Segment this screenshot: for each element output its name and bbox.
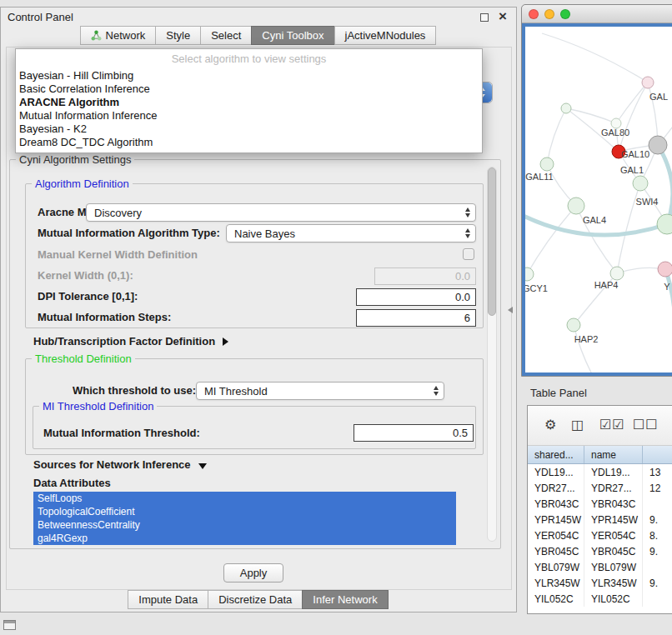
apply-button[interactable]: Apply: [223, 563, 283, 582]
network-edge[interactable]: [542, 33, 648, 82]
mi-threshold-definition-frame: MI Threshold Definition Mutual Informati…: [33, 406, 476, 449]
column-selector-icon[interactable]: ◫: [571, 417, 584, 432]
dpi-tolerance-field[interactable]: 0.0: [356, 288, 476, 306]
float-panel-icon[interactable]: [480, 13, 489, 22]
hub-section-header[interactable]: Hub/Transcription Factor Definition: [33, 335, 228, 348]
network-node[interactable]: [642, 77, 654, 88]
algorithm-definition-frame: Algorithm Definition Aracne Mode: Discov…: [25, 183, 484, 328]
restore-panel-icon[interactable]: [3, 620, 16, 630]
tab-label: Infer Network: [313, 593, 377, 606]
aracne-mode-select[interactable]: Discovery: [86, 203, 476, 222]
stepper-arrows-icon: [464, 208, 472, 218]
table-cell: YDL19...: [528, 464, 584, 480]
bottom-tab-infer-network[interactable]: Infer Network: [302, 590, 388, 609]
table-column-header[interactable]: [643, 446, 672, 463]
table-column-header[interactable]: shared...: [528, 446, 584, 463]
network-graph[interactable]: GALGAL80GAL10GAL11GAL1SWI4GAL4GCY1HAP4HA…: [525, 27, 672, 372]
attribute-list-item[interactable]: SelfLoops: [33, 492, 456, 505]
table-row[interactable]: YBR045CYBR045C9.: [528, 543, 672, 559]
clear-selection-checkbox-icon[interactable]: ☐☐: [633, 417, 659, 432]
network-view-frame: GALGAL80GAL10GAL11GAL1SWI4GAL4GCY1HAP4HA…: [522, 23, 672, 376]
settings-scrollbar-thumb[interactable]: [488, 168, 496, 316]
table-cell: 13: [643, 464, 672, 480]
algorithm-definition-title: Algorithm Definition: [32, 178, 133, 190]
mi-type-select[interactable]: Naive Bayes: [226, 224, 476, 242]
network-edge[interactable]: [547, 108, 566, 164]
close-panel-icon[interactable]: [499, 8, 507, 25]
network-node-label: HAP2: [574, 334, 599, 344]
attribute-list-item[interactable]: TopologicalCoefficient: [33, 505, 456, 518]
network-node-label: GAL10: [621, 149, 649, 159]
algorithm-option[interactable]: Bayesian - K2: [16, 122, 482, 136]
bottom-tab-discretize-data[interactable]: Discretize Data: [208, 590, 303, 609]
network-node[interactable]: [658, 262, 672, 277]
manual-kernel-label: Manual Kernel Width Definition: [38, 248, 198, 261]
network-node-label: GAL1: [620, 165, 644, 175]
table-cell: YIL052C: [584, 591, 643, 607]
tab-label: Style: [166, 29, 190, 42]
bottom-tab-impute-data[interactable]: Impute Data: [128, 590, 208, 609]
table-panel-title: Table Panel: [530, 387, 587, 399]
network-node[interactable]: [567, 318, 580, 332]
tab-select[interactable]: Select: [200, 26, 252, 45]
network-edge[interactable]: [527, 206, 576, 274]
network-edge[interactable]: [619, 82, 648, 152]
attribute-list-item[interactable]: gal4RGexp: [33, 532, 456, 545]
tab-jactivemnodules[interactable]: jActiveMNodules: [334, 26, 437, 45]
algorithm-option[interactable]: ARACNE Algorithm: [16, 96, 482, 109]
settings-gear-icon[interactable]: ⚙: [544, 417, 557, 432]
algorithm-option[interactable]: Dream8 DC_TDC Algorithm: [16, 136, 482, 149]
settings-scrollbar[interactable]: [487, 167, 497, 542]
zoom-traffic-light[interactable]: [560, 9, 570, 19]
network-node[interactable]: [568, 198, 584, 214]
minimize-traffic-light[interactable]: [544, 9, 554, 19]
mi-steps-value: 6: [464, 312, 470, 324]
algorithm-option[interactable]: Mutual Information Inference: [16, 109, 482, 122]
table-row[interactable]: YDR27...YDR27...12: [528, 480, 672, 496]
network-node-label: GAL: [649, 92, 668, 102]
table-cell: YER054C: [584, 528, 643, 543]
table-row[interactable]: YBL079WYBL079W: [528, 559, 672, 575]
tab-cyni-toolbox[interactable]: Cyni Toolbox: [251, 26, 334, 45]
table-row[interactable]: YBR043CYBR043C: [528, 496, 672, 512]
table-row[interactable]: YPR145WYPR145W9.: [528, 512, 672, 528]
table-row[interactable]: YLR345WYLR345W9.: [528, 575, 672, 591]
table-row[interactable]: YIL052CYIL052C: [528, 591, 672, 607]
network-node[interactable]: [540, 158, 554, 171]
which-threshold-select[interactable]: MI Threshold: [196, 382, 444, 400]
network-edge[interactable]: [616, 82, 648, 123]
tab-style[interactable]: Style: [155, 26, 201, 45]
close-traffic-light[interactable]: [529, 9, 539, 19]
threshold-definition-title: Threshold Definition: [32, 352, 135, 365]
sources-collapse-arrow-icon[interactable]: [198, 463, 207, 469]
network-node-label: GCY1: [525, 283, 548, 293]
network-canvas[interactable]: GALGAL80GAL10GAL11GAL1SWI4GAL4GCY1HAP4HA…: [525, 27, 672, 372]
network-node[interactable]: [633, 176, 648, 191]
network-window-titlebar[interactable]: [522, 5, 672, 23]
select-all-checkbox-icon[interactable]: ☑☑: [599, 417, 625, 432]
mi-steps-field[interactable]: 6: [356, 309, 476, 327]
algorithm-option[interactable]: Basic Correlation Inference: [16, 82, 482, 96]
tab-label: Impute Data: [138, 593, 198, 606]
attribute-list-item[interactable]: BetweennessCentrality: [33, 518, 456, 532]
hub-expand-arrow-icon[interactable]: [223, 338, 228, 346]
table-row[interactable]: YDL19...YDL19...13: [528, 464, 672, 480]
table-column-header[interactable]: name: [584, 446, 643, 463]
table-cell: YLR345W: [584, 575, 643, 591]
network-node[interactable]: [525, 268, 534, 281]
sources-section-header[interactable]: Sources for Network Inference: [33, 458, 207, 471]
network-edge[interactable]: [566, 108, 616, 123]
table-row[interactable]: YER054CYER054C8.: [528, 528, 672, 543]
network-node[interactable]: [649, 136, 667, 154]
network-edge[interactable]: [574, 325, 592, 372]
which-threshold-label: Which threshold to use:: [73, 384, 196, 397]
network-node[interactable]: [657, 214, 672, 234]
tab-network[interactable]: Network: [80, 26, 157, 45]
network-node[interactable]: [561, 103, 571, 113]
network-node[interactable]: [610, 267, 624, 280]
mi-steps-label: Mutual Information Steps:: [38, 311, 171, 323]
algorithm-option[interactable]: Bayesian - Hill Climbing: [16, 69, 482, 82]
mi-threshold-field[interactable]: 0.5: [354, 424, 474, 442]
table-cell: YBL079W: [528, 559, 584, 575]
collapse-splitter-arrow-icon[interactable]: [508, 307, 513, 313]
